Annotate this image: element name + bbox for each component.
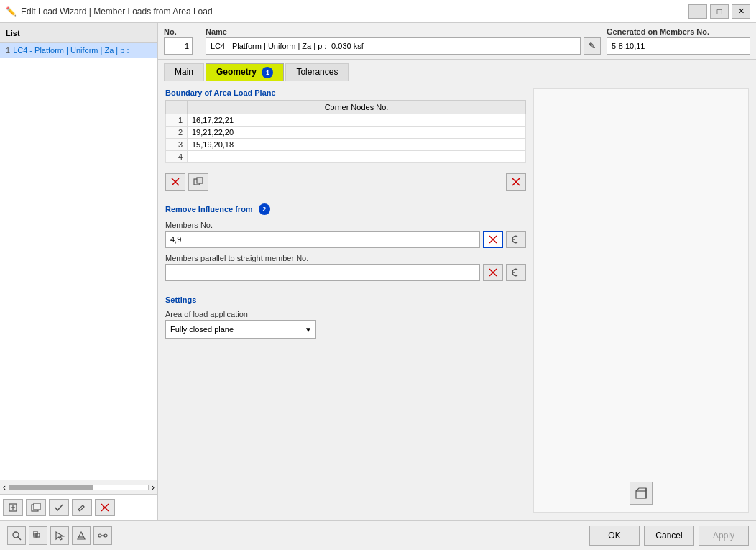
generated-label: Generated on Members No. — [607, 27, 750, 36]
add-list-button[interactable] — [3, 499, 23, 516]
boundary-add-button[interactable] — [165, 173, 185, 191]
name-edit-button[interactable]: ✎ — [584, 37, 601, 55]
select-button[interactable] — [50, 526, 69, 545]
sidebar-item-1[interactable]: 1 LC4 - Platform | Uniform | Za | p : — [0, 43, 157, 58]
sidebar: List 1 LC4 - Platform | Uniform | Za | p… — [0, 23, 158, 520]
close-button[interactable]: ✕ — [732, 4, 750, 19]
remove-influence-title: Remove Influence from — [165, 205, 253, 214]
members-parallel-label: Members parallel to straight member No. — [165, 254, 526, 262]
svg-line-5 — [83, 505, 84, 507]
bottom-icon-group — [7, 526, 112, 545]
title-text: Edit Load Wizard | Member Loads from Are… — [21, 6, 684, 17]
minimize-button[interactable]: − — [688, 4, 707, 19]
no-label: No. — [164, 27, 200, 36]
members-no-label: Members No. — [165, 221, 526, 229]
boundary-action-row — [165, 170, 526, 193]
corner-nodes-header: Corner Nodes No. — [188, 101, 526, 114]
boundary-cell-2[interactable]: 19,21,22,20 — [188, 127, 526, 139]
area-load-label: Area of load application — [165, 310, 526, 318]
boundary-cell-1[interactable]: 16,17,22,21 — [188, 114, 526, 127]
bottom-toolbar: OK Cancel Apply — [0, 520, 756, 550]
table-row: 1 16,17,22,21 — [166, 114, 526, 127]
member-button[interactable] — [93, 526, 112, 545]
generated-input[interactable] — [607, 37, 750, 55]
tab-main[interactable]: Main — [164, 63, 204, 81]
svg-point-27 — [104, 534, 107, 537]
sidebar-header: List — [0, 23, 157, 43]
remove-influence-section: Remove Influence from 2 Members No. — [165, 203, 526, 281]
boundary-copy-button[interactable] — [188, 173, 208, 191]
maximize-button[interactable]: □ — [710, 4, 729, 19]
members-no-pick-button[interactable] — [483, 231, 503, 248]
name-input[interactable] — [206, 37, 581, 55]
edit-list-button[interactable] — [72, 499, 92, 516]
tab-badge: 1 — [262, 67, 273, 78]
title-icon: ✏️ — [6, 6, 17, 17]
edit-icon: ✎ — [589, 41, 596, 51]
members-no-undo-button[interactable] — [506, 231, 526, 248]
svg-rect-4 — [34, 503, 40, 510]
boundary-cell-3[interactable]: 15,19,20,18 — [188, 139, 526, 151]
node-button[interactable] — [72, 526, 91, 545]
table-row: 4 — [166, 151, 526, 163]
sidebar-scrollbar[interactable]: ‹ › — [0, 480, 157, 494]
settings-title: Settings — [165, 295, 526, 304]
svg-point-20 — [13, 532, 19, 538]
boundary-table: Corner Nodes No. 1 16,17,22,21 2 — [165, 100, 526, 163]
boundary-section: Boundary of Area Load Plane Corner Nodes… — [165, 88, 526, 163]
members-parallel-pick-button[interactable] — [483, 264, 503, 281]
svg-marker-25 — [56, 532, 63, 540]
table-row: 3 15,19,20,18 — [166, 139, 526, 151]
tab-tolerances[interactable]: Tolerances — [285, 63, 349, 81]
cancel-button[interactable]: Cancel — [644, 526, 694, 546]
area-load-dropdown[interactable]: Fully closed plane Open plane Partial pl… — [165, 320, 316, 339]
delete-list-button[interactable] — [95, 499, 115, 516]
title-bar: ✏️ Edit Load Wizard | Member Loads from … — [0, 0, 756, 23]
tabs-row: Main Geometry 1 Tolerances — [158, 60, 756, 81]
right-visual-area — [533, 88, 749, 513]
area-load-dropdown-wrapper: Fully closed plane Open plane Partial pl… — [165, 320, 316, 339]
area-load-group: Area of load application Fully closed pl… — [165, 310, 526, 339]
check-list-button[interactable] — [49, 499, 69, 516]
view-3d-button[interactable] — [630, 482, 653, 505]
dialog-buttons: OK Cancel Apply — [589, 526, 749, 546]
sidebar-footer — [0, 494, 157, 520]
apply-button[interactable]: Apply — [699, 526, 749, 546]
no-input[interactable] — [164, 37, 193, 55]
members-parallel-group: Members parallel to straight member No. — [165, 254, 526, 281]
remove-badge: 2 — [259, 203, 270, 215]
members-no-input[interactable] — [165, 231, 480, 248]
tab-content: Boundary of Area Load Plane Corner Nodes… — [158, 81, 756, 520]
grid-button[interactable] — [29, 526, 47, 545]
header-row: No. Name ✎ Generated on Members No. — [158, 23, 756, 60]
zoom-button[interactable] — [7, 526, 26, 545]
sidebar-empty-area — [0, 58, 157, 480]
table-row: 2 19,21,22,20 — [166, 127, 526, 139]
ok-button[interactable]: OK — [589, 526, 640, 546]
svg-point-26 — [98, 534, 101, 537]
tab-geometry[interactable]: Geometry 1 — [206, 63, 284, 81]
svg-rect-18 — [636, 491, 646, 498]
svg-rect-11 — [197, 178, 203, 183]
copy-list-button[interactable] — [26, 499, 46, 516]
members-parallel-input[interactable] — [165, 264, 480, 281]
name-label: Name — [206, 27, 601, 36]
svg-line-21 — [18, 537, 21, 540]
members-no-group: Members No. — [165, 221, 526, 248]
right-panel: No. Name ✎ Generated on Members No. — [158, 23, 756, 520]
boundary-cell-4[interactable] — [188, 151, 526, 163]
settings-section: Settings Area of load application Fully … — [165, 295, 526, 339]
boundary-delete-button[interactable] — [506, 173, 526, 191]
boundary-title: Boundary of Area Load Plane — [165, 88, 526, 97]
members-parallel-undo-button[interactable] — [506, 264, 526, 281]
